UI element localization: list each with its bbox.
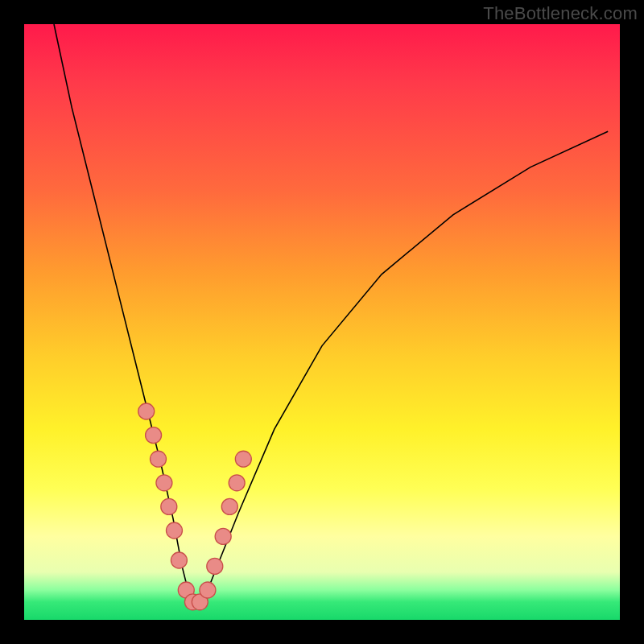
curve-marker: [171, 552, 187, 568]
curve-marker: [200, 582, 216, 598]
chart-frame: TheBottleneck.com: [0, 0, 644, 644]
curve-marker: [156, 475, 172, 491]
curve-marker: [151, 451, 167, 467]
curve-marker: [166, 522, 182, 539]
watermark-text: TheBottleneck.com: [483, 3, 638, 24]
curve-marker: [161, 498, 177, 514]
curve-marker: [215, 528, 231, 544]
curve-marker: [138, 403, 155, 419]
curve-marker: [146, 427, 162, 444]
curve-marker: [229, 475, 245, 491]
curve-markers: [138, 403, 252, 610]
curve-marker: [207, 558, 223, 574]
chart-overlay: [24, 24, 620, 620]
plot-area: [24, 24, 620, 620]
bottleneck-curve: [54, 24, 608, 608]
curve-marker: [235, 451, 251, 467]
curve-marker: [221, 498, 237, 514]
